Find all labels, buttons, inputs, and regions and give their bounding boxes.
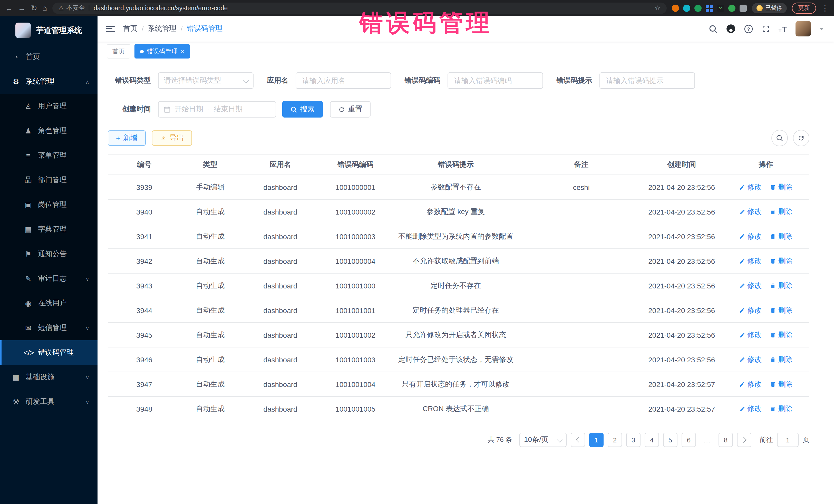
edit-link[interactable]: 修改 [739, 182, 762, 192]
edit-link[interactable]: 修改 [739, 281, 762, 290]
cell-actions: 修改 删除 [722, 253, 809, 269]
page-number-button[interactable]: ... [700, 433, 715, 447]
page-number-button[interactable]: 1 [589, 433, 603, 447]
page-number-button[interactable]: 6 [682, 433, 696, 447]
page-number-button[interactable]: 3 [626, 433, 640, 447]
delete-link[interactable]: 删除 [770, 379, 792, 389]
error-code-input[interactable] [453, 76, 537, 85]
delete-link[interactable]: 删除 [770, 306, 792, 315]
page-tabs: 首页 × 错误码管理 × [97, 42, 834, 61]
column-header: 错误码编码 [321, 155, 390, 175]
breadcrumb-system[interactable]: 系统管理 [148, 24, 177, 34]
extension-icon[interactable] [728, 4, 736, 12]
forward-icon[interactable]: → [18, 4, 26, 12]
sidebar-item[interactable]: ♙ 用户管理 [0, 94, 97, 118]
sidebar-item[interactable]: ⚒ 研发工具 ∨ [0, 390, 97, 414]
cell-hint: 不允许获取敏感配置到前端 [390, 253, 522, 269]
cell-hint: 定时任务已经处于该状态，无需修改 [390, 352, 522, 367]
reload-icon[interactable]: ↻ [31, 4, 37, 12]
sidebar-item[interactable]: 品 部门管理 [0, 168, 97, 193]
delete-link[interactable]: 删除 [770, 355, 792, 364]
edit-link[interactable]: 修改 [739, 306, 762, 315]
edit-link[interactable]: 修改 [739, 355, 762, 364]
vue-devtools-icon[interactable] [695, 4, 702, 12]
extension-icon[interactable] [683, 4, 690, 12]
breadcrumb-separator: / [142, 25, 144, 33]
delete-link[interactable]: 删除 [770, 182, 792, 192]
page-number-button[interactable]: 8 [719, 433, 733, 447]
filter-hint: 错误码提示 [556, 72, 695, 89]
edit-link[interactable]: 修改 [739, 330, 762, 339]
security-status[interactable]: ⚠ 不安全 [58, 4, 85, 12]
sidebar-item[interactable]: ✉ 短信管理 ∨ [0, 316, 97, 340]
user-avatar[interactable] [795, 21, 811, 37]
extension-on-icon[interactable]: on [717, 4, 724, 12]
export-button[interactable]: 导出 [152, 130, 192, 146]
delete-link[interactable]: 删除 [770, 330, 792, 339]
page-tab[interactable]: 错误码管理 × [134, 44, 190, 59]
delete-link[interactable]: 删除 [770, 256, 792, 266]
extension-icon[interactable] [672, 4, 679, 12]
edit-link[interactable]: 修改 [739, 207, 762, 216]
page-number-button[interactable]: 4 [644, 433, 659, 447]
sidebar-item[interactable]: ⚑ 通知公告 [0, 242, 97, 266]
sidebar-item[interactable]: </> 错误码管理 [0, 340, 97, 365]
reset-button[interactable]: 重置 [330, 101, 371, 117]
pencil-icon [739, 258, 745, 264]
close-icon[interactable]: × [181, 48, 184, 55]
kebab-menu-icon[interactable]: ⋮ [821, 4, 829, 12]
page-number-button[interactable]: 5 [663, 433, 678, 447]
sidebar-item[interactable]: ≡ 菜单管理 [0, 143, 97, 168]
trash-icon [770, 332, 776, 338]
add-button[interactable]: + 新增 [108, 130, 146, 146]
edit-link[interactable]: 修改 [739, 256, 762, 266]
chevron-down-icon[interactable] [820, 27, 824, 30]
sidebar-item[interactable]: ▤ 字典管理 [0, 217, 97, 242]
hamburger-icon[interactable] [106, 26, 115, 32]
browser-update-button[interactable]: 更新 [792, 2, 816, 14]
page-size-select[interactable]: 10条/页 [520, 433, 567, 447]
sidebar-item[interactable]: ✎ 审计日志 ∨ [0, 266, 97, 291]
prev-page-button[interactable] [571, 433, 585, 447]
refresh-button[interactable] [793, 130, 809, 146]
delete-link[interactable]: 删除 [770, 232, 792, 241]
help-icon[interactable]: ? [744, 24, 753, 33]
sidebar-item-label: 审计日志 [38, 274, 80, 283]
date-range-picker[interactable]: 开始日期 - 结束日期 [158, 101, 276, 117]
edit-link[interactable]: 修改 [739, 404, 762, 413]
cell-type: 自动生成 [181, 401, 240, 416]
edit-link[interactable]: 修改 [739, 379, 762, 389]
delete-link[interactable]: 删除 [770, 281, 792, 290]
sidebar-item[interactable]: ◔ 首页 [0, 45, 97, 69]
delete-link[interactable]: 删除 [770, 404, 792, 413]
sidebar-item[interactable]: ▦ 基础设施 ∨ [0, 365, 97, 390]
sidebar-item[interactable]: ▣ 岗位管理 [0, 193, 97, 217]
home-icon[interactable]: ⌂ [42, 4, 47, 12]
profile-paused-badge[interactable]: 已暂停 [752, 3, 787, 13]
back-icon[interactable]: ← [5, 4, 13, 12]
fullscreen-icon[interactable] [761, 25, 770, 33]
next-page-button[interactable] [737, 433, 751, 447]
logo[interactable]: 芋道管理系统 [0, 16, 97, 45]
breadcrumb-home[interactable]: 首页 [123, 24, 137, 34]
goto-page-input[interactable] [777, 433, 798, 447]
edit-link[interactable]: 修改 [739, 232, 762, 241]
font-size-icon[interactable]: TT [778, 24, 787, 33]
error-type-select[interactable]: 请选择错误码类型 [158, 72, 254, 89]
error-hint-input[interactable] [605, 76, 689, 85]
delete-link[interactable]: 删除 [770, 207, 792, 216]
page-tab[interactable]: 首页 × [107, 44, 130, 59]
github-icon[interactable] [726, 24, 735, 34]
puzzle-extensions-icon[interactable] [740, 4, 747, 12]
sidebar-item-label: 研发工具 [26, 397, 80, 407]
bookmark-star-icon[interactable]: ☆ [655, 5, 660, 11]
extension-grid-icon[interactable] [706, 4, 713, 12]
search-button[interactable]: 搜索 [282, 101, 323, 117]
sidebar-item[interactable]: ◉ 在线用户 [0, 291, 97, 316]
page-number-button[interactable]: 2 [608, 433, 622, 447]
search-toggle-button[interactable] [771, 130, 788, 146]
sidebar-item[interactable]: ⚙ 系统管理 ∧ [0, 69, 97, 94]
search-icon[interactable] [708, 24, 717, 33]
sidebar-item[interactable]: ♟ 角色管理 [0, 118, 97, 143]
app-name-input[interactable] [301, 76, 386, 85]
